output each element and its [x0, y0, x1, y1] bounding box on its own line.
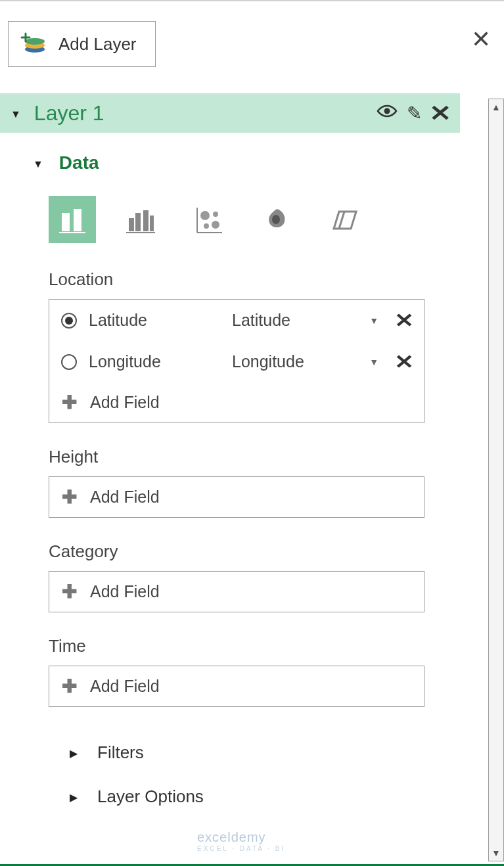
- svg-point-19: [213, 212, 218, 217]
- filters-section[interactable]: Filters: [33, 731, 440, 775]
- viz-heatmap[interactable]: [254, 196, 301, 243]
- height-add-field[interactable]: ✚ Add Field: [49, 477, 424, 517]
- add-field-label: Add Field: [90, 488, 160, 507]
- category-add-field[interactable]: ✚ Add Field: [49, 572, 424, 612]
- watermark: exceldemy EXCEL · DATA · BI: [197, 830, 285, 852]
- viz-region[interactable]: [322, 196, 369, 243]
- height-label: Height: [49, 447, 440, 467]
- layer-options-section[interactable]: Layer Options: [33, 775, 440, 819]
- add-layer-icon: [20, 31, 47, 57]
- svg-point-5: [384, 108, 390, 114]
- data-label: Data: [59, 152, 99, 173]
- svg-point-2: [25, 38, 45, 45]
- location-add-field[interactable]: ✚ Add Field: [49, 382, 424, 422]
- layer-options-label: Layer Options: [97, 786, 204, 807]
- svg-rect-7: [62, 223, 70, 231]
- watermark-tagline: EXCEL · DATA · BI: [197, 845, 285, 852]
- plus-icon: ✚: [61, 675, 77, 697]
- svg-point-20: [204, 223, 209, 229]
- time-field-well: ✚ Add Field: [49, 666, 424, 707]
- category-label: Category: [49, 541, 440, 562]
- delete-layer-icon[interactable]: ✕: [429, 100, 451, 126]
- svg-point-22: [272, 215, 280, 224]
- watermark-brand: exceldemy: [197, 830, 266, 844]
- latitude-radio[interactable]: [61, 313, 77, 329]
- svg-point-21: [212, 221, 219, 229]
- filters-label: Filters: [97, 742, 144, 763]
- location-field-well: Latitude Latitude ▼ ✕ Longitude Longitud…: [49, 299, 424, 423]
- layer-title: Layer 1: [34, 101, 363, 125]
- category-field-well: ✚ Add Field: [49, 571, 424, 612]
- data-expand-toggle[interactable]: [33, 156, 43, 171]
- viz-bubble[interactable]: [185, 196, 233, 243]
- close-panel-icon[interactable]: ✕: [471, 28, 491, 51]
- chevron-down-icon[interactable]: ▼: [364, 357, 384, 367]
- add-field-label: Add Field: [90, 393, 160, 412]
- viz-type-row: [49, 196, 440, 243]
- layer-actions: ✎ ✕: [377, 100, 449, 126]
- location-field-row: Longitude Longitude ▼ ✕: [49, 341, 424, 382]
- svg-line-23: [339, 212, 344, 229]
- chevron-right-icon: [70, 789, 78, 804]
- chevron-right-icon: [70, 745, 78, 760]
- layer-header: Layer 1 ✎ ✕: [0, 93, 460, 133]
- location-field-row: Latitude Latitude ▼ ✕: [49, 300, 424, 341]
- svg-rect-14: [150, 216, 154, 231]
- scroll-down-icon[interactable]: ▼: [489, 845, 503, 861]
- vertical-scrollbar[interactable]: ▲ ▼: [488, 99, 504, 861]
- add-layer-button[interactable]: Add Layer: [8, 21, 156, 67]
- data-section-header[interactable]: Data: [33, 152, 440, 173]
- location-label: Location: [49, 269, 440, 290]
- add-field-label: Add Field: [90, 677, 160, 696]
- plus-icon: ✚: [61, 581, 77, 603]
- layer-expand-toggle[interactable]: [11, 106, 21, 121]
- add-layer-label: Add Layer: [58, 34, 137, 55]
- viz-clustered-column[interactable]: [117, 196, 164, 243]
- svg-rect-9: [74, 221, 81, 231]
- time-add-field[interactable]: ✚ Add Field: [49, 666, 424, 706]
- field-type: Latitude: [232, 311, 352, 330]
- field-type: Longitude: [232, 352, 352, 371]
- time-label: Time: [49, 636, 440, 656]
- pencil-icon[interactable]: ✎: [407, 103, 422, 124]
- eye-icon[interactable]: [377, 102, 398, 125]
- longitude-radio[interactable]: [61, 354, 77, 370]
- svg-point-18: [200, 211, 210, 220]
- remove-field-icon[interactable]: ✕: [394, 309, 414, 332]
- height-field-well: ✚ Add Field: [49, 476, 424, 518]
- chevron-down-icon[interactable]: ▼: [364, 315, 384, 326]
- remove-field-icon[interactable]: ✕: [394, 350, 414, 373]
- add-field-label: Add Field: [90, 582, 160, 601]
- plus-icon: ✚: [61, 392, 77, 413]
- svg-rect-11: [129, 218, 134, 231]
- viz-stacked-column[interactable]: [49, 196, 96, 243]
- field-name: Longitude: [89, 352, 220, 371]
- svg-rect-12: [135, 213, 141, 231]
- scroll-up-icon[interactable]: ▲: [489, 99, 503, 115]
- plus-icon: ✚: [61, 486, 77, 508]
- field-name: Latitude: [89, 311, 220, 330]
- svg-rect-13: [143, 210, 149, 231]
